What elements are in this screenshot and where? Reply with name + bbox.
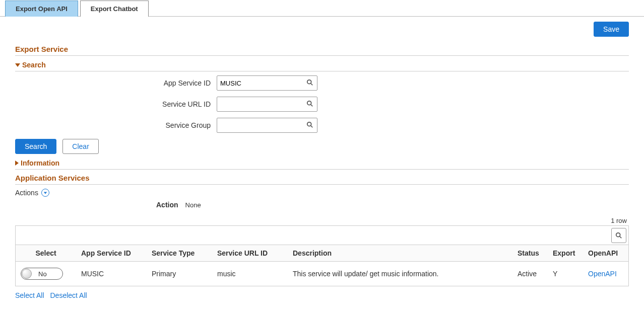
svg-marker-6 (44, 192, 47, 194)
svg-line-1 (311, 83, 313, 85)
select-toggle[interactable]: No (21, 268, 63, 280)
save-button[interactable]: Save (594, 22, 629, 37)
lookup-icon[interactable] (303, 121, 317, 130)
cell-status: Active (512, 262, 548, 286)
svg-line-3 (311, 104, 313, 106)
grid-footer-links: Select All Deselect All (15, 291, 629, 299)
chevron-right-icon (15, 161, 19, 166)
svg-point-0 (307, 80, 311, 84)
grid-row-count: 1 row (15, 216, 629, 225)
application-services-grid: Select App Service ID Service Type Servi… (15, 225, 629, 286)
svg-line-8 (620, 236, 622, 239)
tab-bar: Export Open API Export Chatbot (0, 0, 644, 17)
select-toggle-label: No (38, 270, 47, 278)
col-service-type: Service Type (147, 245, 212, 262)
deselect-all-link[interactable]: Deselect All (50, 291, 87, 299)
tab-export-open-api[interactable]: Export Open API (5, 1, 78, 17)
cell-description: This service will update/ get music info… (288, 262, 512, 286)
app-service-id-lookup (217, 75, 317, 91)
service-url-id-label: Service URL ID (15, 100, 217, 108)
col-service-url-id: Service URL ID (212, 245, 288, 262)
application-services-heading: Application Services (15, 174, 629, 185)
col-export: Export (548, 245, 583, 262)
actions-label: Actions (15, 189, 38, 197)
service-group-lookup (217, 118, 317, 133)
grid-toolbar (16, 226, 628, 245)
search-section-toggle[interactable]: Search (15, 61, 629, 71)
service-group-label: Service Group (15, 121, 217, 129)
grid-search-button[interactable] (611, 228, 626, 243)
search-section-label: Search (22, 61, 46, 69)
col-status: Status (512, 245, 548, 262)
lookup-icon[interactable] (303, 100, 317, 109)
action-value: None (185, 201, 201, 209)
action-label: Action (156, 201, 185, 209)
lookup-icon[interactable] (303, 79, 317, 88)
openapi-link[interactable]: OpenAPI (588, 270, 617, 278)
information-section-toggle[interactable]: Information (15, 159, 629, 170)
toggle-knob-icon (22, 269, 32, 279)
cell-service-url-id: music (212, 262, 288, 286)
grid-header-row: Select App Service ID Service Type Servi… (16, 245, 628, 262)
table-row: No MUSIC Primary music This service will… (16, 262, 628, 286)
svg-point-7 (616, 233, 620, 237)
export-service-heading: Export Service (15, 45, 629, 56)
service-url-id-lookup (217, 97, 317, 112)
service-group-input[interactable] (217, 120, 303, 131)
app-service-id-label: App Service ID (15, 79, 217, 87)
app-service-id-input[interactable] (217, 77, 303, 89)
cell-service-type: Primary (147, 262, 212, 286)
col-description: Description (288, 245, 512, 262)
search-form: App Service ID Service URL ID Service Gr… (15, 75, 629, 154)
search-button[interactable]: Search (15, 139, 56, 154)
col-openapi: OpenAPI (583, 245, 628, 262)
svg-point-4 (307, 122, 311, 126)
clear-button[interactable]: Clear (62, 139, 98, 154)
information-section-label: Information (21, 159, 59, 167)
chevron-down-icon (15, 63, 20, 67)
tab-export-chatbot[interactable]: Export Chatbot (80, 1, 149, 17)
svg-point-2 (307, 101, 311, 105)
select-all-link[interactable]: Select All (15, 291, 44, 299)
svg-line-5 (311, 125, 313, 127)
cell-app-service-id: MUSIC (76, 262, 147, 286)
actions-menu-button[interactable] (41, 189, 49, 197)
col-app-service-id: App Service ID (76, 245, 147, 262)
col-select: Select (16, 245, 76, 262)
cell-export: Y (548, 262, 583, 286)
service-url-id-input[interactable] (217, 99, 303, 110)
